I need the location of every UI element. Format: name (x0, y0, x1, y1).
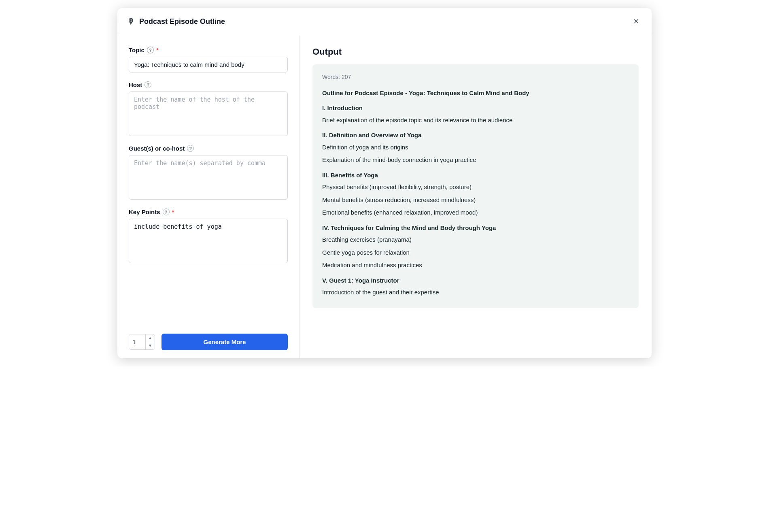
topic-help-icon[interactable]: ? (147, 47, 154, 53)
guests-input[interactable] (129, 155, 288, 200)
key-points-field-group: Key Points ? * include benefits of yoga (129, 209, 288, 263)
mic-icon: 🎙 (127, 17, 135, 26)
modal-header: 🎙 Podcast Episode Outline × (117, 8, 652, 35)
right-panel: Output Words: 207 Outline for Podcast Ep… (300, 35, 652, 358)
output-line: Emotional benefits (enhanced relaxation,… (322, 207, 629, 218)
output-line: Breathing exercises (pranayama) (322, 234, 629, 245)
podcast-episode-outline-modal: 🎙 Podcast Episode Outline × Topic ? * Ho… (117, 8, 652, 358)
host-input[interactable] (129, 92, 288, 136)
host-field-group: Host ? (129, 81, 288, 136)
output-line: Outline for Podcast Episode - Yoga: Tech… (322, 88, 629, 98)
guests-help-icon[interactable]: ? (187, 145, 194, 152)
output-title: Output (312, 47, 639, 57)
key-points-label: Key Points ? * (129, 209, 288, 215)
output-line: Brief explanation of the episode topic a… (322, 115, 629, 126)
output-line: IV. Techniques for Calming the Mind and … (322, 223, 629, 233)
host-label-text: Host (129, 81, 142, 88)
output-line: V. Guest 1: Yoga Instructor (322, 275, 629, 286)
output-box: Words: 207 Outline for Podcast Episode -… (312, 64, 639, 308)
output-line: Introduction of the guest and their expe… (322, 287, 629, 298)
guests-field-group: Guest(s) or co-host ? (129, 145, 288, 200)
topic-label-text: Topic (129, 47, 144, 53)
quantity-input[interactable] (129, 335, 145, 349)
header-left: 🎙 Podcast Episode Outline (127, 17, 630, 26)
spinner-up-button[interactable]: ▲ (146, 334, 155, 342)
left-panel: Topic ? * Host ? Guest(s) or co-host ? (117, 35, 300, 358)
output-line: Meditation and mindfulness practices (322, 260, 629, 270)
output-line: Explanation of the mind-body connection … (322, 155, 629, 165)
host-label: Host ? (129, 81, 288, 88)
topic-required-star: * (156, 47, 159, 53)
guests-label-text: Guest(s) or co-host (129, 145, 185, 152)
topic-field-group: Topic ? * (129, 47, 288, 72)
topic-input[interactable] (129, 57, 288, 72)
generate-more-button[interactable]: Generate More (161, 334, 288, 350)
key-points-label-text: Key Points (129, 209, 160, 215)
modal-body: Topic ? * Host ? Guest(s) or co-host ? (117, 35, 652, 358)
output-line: Gentle yoga poses for relaxation (322, 247, 629, 258)
key-points-input[interactable]: include benefits of yoga (129, 219, 288, 263)
close-button[interactable]: × (630, 15, 642, 28)
number-spinners: ▲ ▼ (145, 334, 155, 349)
spinner-down-button[interactable]: ▼ (146, 342, 155, 349)
output-lines-container: Outline for Podcast Episode - Yoga: Tech… (322, 88, 629, 298)
output-line: Definition of yoga and its origins (322, 142, 629, 153)
output-line: Mental benefits (stress reduction, incre… (322, 195, 629, 205)
words-count: Words: 207 (322, 72, 629, 82)
topic-label: Topic ? * (129, 47, 288, 53)
output-line: III. Benefits of Yoga (322, 170, 629, 181)
output-line: Physical benefits (improved flexibility,… (322, 182, 629, 192)
key-points-help-icon[interactable]: ? (163, 209, 170, 215)
key-points-required-star: * (172, 209, 174, 215)
bottom-bar: ▲ ▼ Generate More (129, 330, 288, 350)
output-line: II. Definition and Overview of Yoga (322, 130, 629, 140)
output-line: I. Introduction (322, 103, 629, 113)
number-input-wrap: ▲ ▼ (129, 334, 155, 350)
host-help-icon[interactable]: ? (144, 81, 151, 88)
modal-title: Podcast Episode Outline (139, 17, 225, 26)
guests-label: Guest(s) or co-host ? (129, 145, 288, 152)
